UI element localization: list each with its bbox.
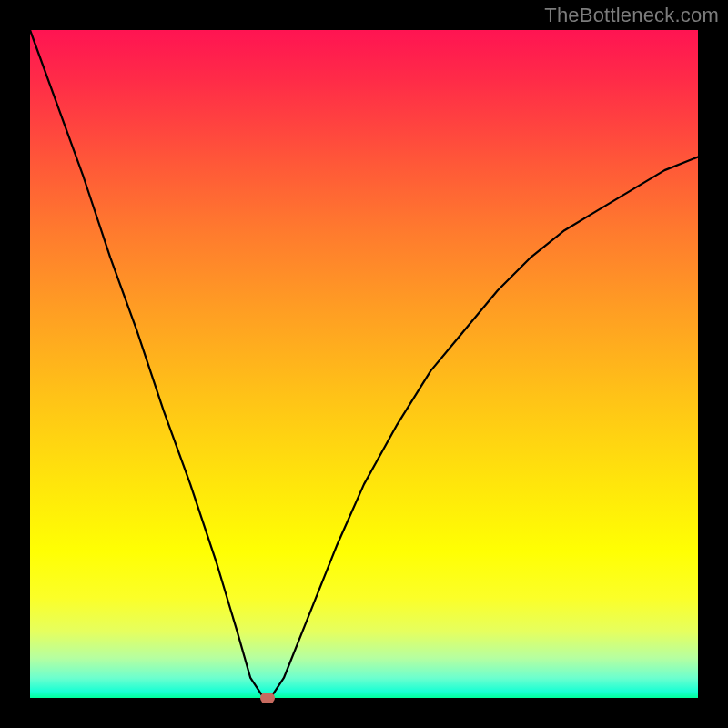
chart-plot-area bbox=[30, 30, 698, 698]
watermark-text: TheBottleneck.com bbox=[544, 4, 719, 27]
optimal-point-marker bbox=[260, 693, 275, 703]
bottleneck-curve bbox=[30, 30, 698, 698]
